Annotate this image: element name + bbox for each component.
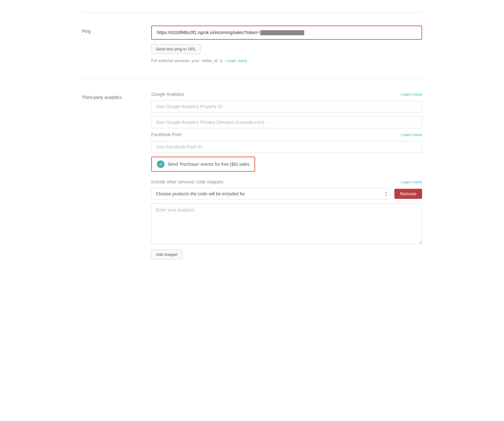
ping-url-box: https://cb1bf68bc0f1.ngrok.io/incoming/s… — [151, 26, 422, 40]
google-analytics-header: Google Analytics Learn more — [151, 92, 422, 97]
remove-button[interactable]: Remove — [394, 189, 422, 199]
ping-help-text: For external services, your `seller_id` … — [151, 58, 422, 63]
google-analytics-property-id-input[interactable] — [151, 101, 422, 112]
analytics-content: Google Analytics Learn more Facebook Pix… — [151, 92, 422, 259]
facebook-pixel-header: Facebook Pixel Learn more — [151, 132, 422, 137]
ping-url-text: https://cb1bf68bc0f1.ngrok.io/incoming/s… — [157, 30, 416, 35]
analytics-label: Third-party analytics — [82, 92, 151, 100]
ping-url-redacted — [260, 30, 304, 35]
google-analytics-learn-more[interactable]: Learn more — [401, 92, 422, 97]
checkbox-checked-icon: ✓ — [157, 160, 164, 168]
purchase-events-checkbox-row[interactable]: ✓ Send 'Purchase' events for free ($0) s… — [151, 157, 255, 172]
ping-section: Ping https://cb1bf68bc0f1.ngrok.io/incom… — [82, 26, 422, 63]
analytics-section: Third-party analytics Google Analytics L… — [82, 92, 422, 259]
top-divider — [82, 13, 422, 13]
code-snippets-learn-more[interactable]: Learn more — [401, 180, 422, 184]
send-test-ping-button[interactable]: Send test ping to URL — [151, 44, 201, 54]
snippet-select-row: Choose products the code will be include… — [151, 188, 422, 199]
product-select-wrapper: Choose products the code will be include… — [151, 188, 391, 199]
page-wrapper: Ping https://cb1bf68bc0f1.ngrok.io/incom… — [63, 0, 441, 288]
facebook-pixel-learn-more[interactable]: Learn more — [401, 132, 422, 137]
ping-learn-more-link[interactable]: : Learn more — [224, 58, 247, 63]
analytics-textarea[interactable] — [151, 203, 422, 244]
google-analytics-label: Google Analytics — [151, 92, 184, 97]
ping-label: Ping — [82, 26, 151, 34]
facebook-pixel-label: Facebook Pixel — [151, 132, 181, 137]
checkmark-icon: ✓ — [159, 162, 163, 167]
add-snippet-button[interactable]: Add snippet — [151, 250, 182, 259]
code-snippets-header: Include other services' code snippets Le… — [151, 179, 422, 184]
ping-analytics-divider — [82, 79, 422, 79]
ping-content: https://cb1bf68bc0f1.ngrok.io/incoming/s… — [151, 26, 422, 63]
facebook-pixel-id-input[interactable] — [151, 141, 422, 153]
purchase-events-label: Send 'Purchase' events for free ($0) sal… — [168, 162, 249, 167]
google-analytics-primary-domains-input[interactable] — [151, 116, 422, 128]
product-select[interactable]: Choose products the code will be include… — [151, 188, 391, 199]
code-snippets-label: Include other services' code snippets — [151, 179, 223, 184]
